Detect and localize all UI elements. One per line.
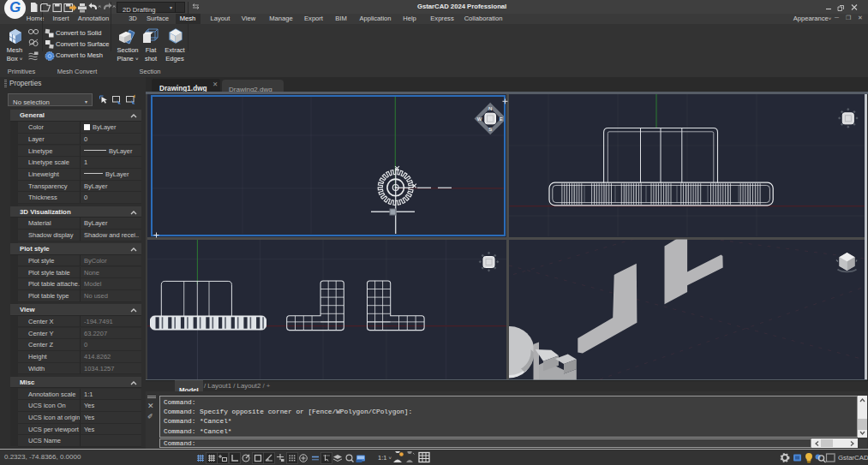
svg-text:E: E (500, 116, 503, 122)
svg-text:N: N (488, 106, 492, 111)
svg-text:S: S (488, 127, 492, 132)
svg-text:W: W (477, 116, 482, 122)
